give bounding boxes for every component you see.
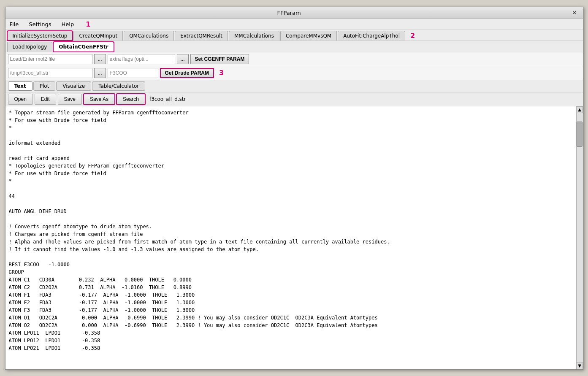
scroll-down-arrow[interactable]: ▼ [576,362,583,369]
text-content[interactable]: * Toppar stream file generated by FFPara… [5,106,576,369]
annotation-1: 1 [86,20,90,28]
tab-qm-calculations[interactable]: QMCalculations [124,31,174,41]
set-cgenff-param-button[interactable]: Set CGENFF PARAM [190,54,249,64]
scroll-up-arrow[interactable]: ▲ [576,106,583,113]
tab-extract-qm-result[interactable]: ExtractQMResult [175,31,228,41]
tab-load-topology[interactable]: LoadTopology [7,42,53,52]
title-bar: FFParam ✕ [5,7,583,19]
tabs-row2: LoadTopology ObtainCGenFFStr [5,41,583,52]
tab-obtain-cgen-ff-str[interactable]: ObtainCGenFFStr [53,42,114,52]
sub-tab-visualize[interactable]: Visualize [56,81,91,91]
main-window: FFParam ✕ File Settings Help 1 Initializ… [5,7,583,370]
tab-create-qm-input[interactable]: CreateQMInput [73,31,123,41]
sub-tab-plot[interactable]: Plot [33,81,56,91]
scroll-thumb[interactable] [577,122,583,147]
menu-bar: File Settings Help 1 [5,19,583,30]
sub-tab-text[interactable]: Text [8,81,33,91]
menu-file[interactable]: File [8,20,21,28]
tabs-row1: InitializeSystemSetup CreateQMInput QMCa… [5,30,583,41]
residue-input[interactable] [108,68,158,78]
save-button[interactable]: Save [58,94,82,105]
param-row-1: ... ... Set CGENFF PARAM [5,52,583,66]
edit-button[interactable]: Edit [35,94,56,105]
tab-compare-mm-vs-qm[interactable]: CompareMMvsQM [280,31,337,41]
extra-flags-input[interactable] [108,54,175,64]
content-area: * Toppar stream file generated by FFPara… [5,106,583,369]
toolbar-row: Open Edit Save Save As Search f3coo_all_… [5,92,583,106]
tab-mm-calculations[interactable]: MMCalculations [229,31,279,41]
scrollbar[interactable]: ▲ ▼ [576,106,583,369]
tab-initialize-system-setup[interactable]: InitializeSystemSetup [7,31,73,41]
extra-flags-browse-button[interactable]: ... [177,54,189,64]
close-button[interactable]: ✕ [569,8,580,17]
sub-tab-table-calculator[interactable]: Table/Calculator [92,81,145,91]
param-row-2: ... Get Drude PARAM 3 [5,66,583,80]
mol2-browse-button[interactable]: ... [94,54,106,64]
str-file-input[interactable] [8,68,92,78]
save-as-button[interactable]: Save As [84,94,115,105]
str-browse-button[interactable]: ... [94,68,106,78]
get-drude-param-button[interactable]: Get Drude PARAM [160,68,214,78]
annotation-row1: 2 [410,32,415,40]
tab-autofit-charge-alp-thol[interactable]: AutoFit:ChargeAlpThol [338,31,405,41]
sub-tabs-row: Text Plot Visualize Table/Calculator [5,80,583,92]
menu-help[interactable]: Help [60,20,76,28]
menu-settings[interactable]: Settings [27,20,53,28]
open-button[interactable]: Open [8,94,33,105]
mol2-file-input[interactable] [8,54,92,64]
search-button[interactable]: Search [117,94,145,105]
filename-label: f3coo_all_d.str [149,96,186,102]
window-title: FFParam [9,10,569,16]
annotation-3: 3 [219,69,224,77]
